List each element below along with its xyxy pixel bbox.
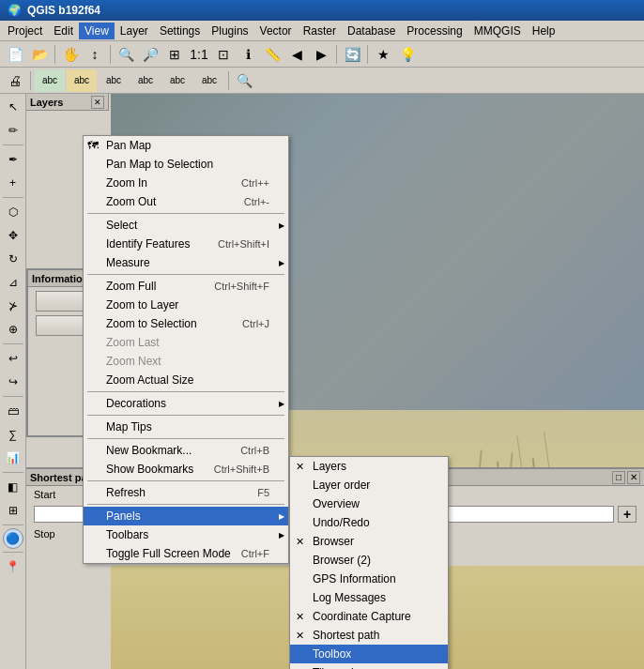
menu-show-bookmarks[interactable]: Show Bookmarks Ctrl+Shift+B [84, 460, 288, 479]
menu-help[interactable]: Help [527, 23, 561, 39]
add-feature-btn[interactable]: + [2, 172, 24, 194]
measure-btn[interactable]: 📏 [261, 43, 284, 66]
menu-fullscreen[interactable]: Toggle Full Screen Mode Ctrl+F [84, 544, 288, 563]
panels-submenu-overview[interactable]: Overview [290, 494, 448, 513]
menu-refresh[interactable]: Refresh F5 [84, 483, 288, 502]
redo-btn[interactable]: ↪ [2, 371, 24, 393]
label-5-btn[interactable]: abc [162, 69, 192, 92]
show-tips-btn[interactable]: 💡 [396, 43, 419, 66]
coord-capture-btn[interactable]: 📍 [2, 555, 24, 578]
menu-zoom-out[interactable]: Zoom Out Ctrl+- [84, 192, 288, 211]
layer-btn[interactable]: ◧ [2, 476, 24, 498]
bookmark-btn[interactable]: ★ [372, 43, 394, 66]
label-6-btn[interactable]: abc [194, 69, 224, 92]
menu-settings[interactable]: Settings [154, 23, 206, 39]
print-btn[interactable]: 🖨 [4, 69, 26, 92]
information-label: Information [32, 273, 89, 284]
zoom-full-btn[interactable]: ⊞ [163, 43, 186, 66]
panels-submenu-toolbox[interactable]: Toolbox [290, 645, 448, 663]
panels-submenu-gps[interactable]: GPS Information [290, 570, 448, 588]
menu-vector[interactable]: Vector [254, 23, 298, 39]
select-tool-btn[interactable]: ↖ [2, 96, 24, 118]
zoom-in-btn[interactable]: 🔍 [115, 43, 137, 66]
menu-zoom-last: Zoom Last [84, 333, 288, 352]
edit-btn[interactable]: ✏ [2, 119, 24, 142]
menu-zoom-full[interactable]: Zoom Full Ctrl+Shift+F [84, 277, 288, 296]
label-1-btn[interactable]: abc [35, 69, 65, 92]
rotate-btn[interactable]: ↻ [2, 248, 24, 270]
panels-submenu-shortest[interactable]: ✕ Shortest path [290, 626, 448, 645]
stat-btn[interactable]: 📊 [2, 447, 24, 469]
zoom-actual-btn[interactable]: 1:1 [188, 43, 210, 66]
tb-sep-2 [110, 45, 111, 64]
undo-btn[interactable]: ↩ [2, 347, 24, 370]
zoom-next-btn[interactable]: ▶ [310, 43, 332, 66]
menu-measure[interactable]: Measure [84, 253, 288, 272]
sp-close-btn[interactable]: ✕ [627, 471, 640, 484]
merge-btn[interactable]: ⊕ [2, 318, 24, 341]
attr-table-btn[interactable]: 🗃 [2, 400, 24, 422]
coord-check: ✕ [296, 611, 304, 623]
label-4-btn[interactable]: abc [130, 69, 161, 92]
menu-raster[interactable]: Raster [298, 23, 342, 39]
menu-layer[interactable]: Layer [115, 23, 154, 39]
menu-new-bookmark[interactable]: New Bookmark... Ctrl+B [84, 441, 288, 460]
panels-submenu-browser2[interactable]: Browser (2) [290, 551, 448, 570]
zoom-select-btn[interactable]: ⊡ [212, 43, 235, 66]
menu-panels[interactable]: Panels [84, 507, 288, 525]
search-btn[interactable]: 🔍 [233, 69, 255, 92]
menu-project[interactable]: Project [2, 23, 48, 39]
menu-toolbars[interactable]: Toolbars [84, 525, 288, 544]
new-project-btn[interactable]: 📄 [4, 43, 26, 66]
pan-select-btn[interactable]: ↕ [84, 43, 106, 66]
layers-panel-header: Layers ✕ [26, 94, 109, 111]
label-3-btn[interactable]: abc [99, 69, 129, 92]
panels-submenu-tile[interactable]: Tile scale [290, 663, 448, 669]
panels-submenu-browser[interactable]: ✕ Browser [290, 532, 448, 551]
menu-bar: Project Edit View Layer Settings Plugins… [0, 21, 644, 41]
panels-submenu-layer-order[interactable]: Layer order [290, 476, 448, 494]
menu-database[interactable]: Database [342, 23, 401, 39]
menu-map-tips[interactable]: Map Tips [84, 418, 288, 436]
menu-pan-map[interactable]: 🗺 Pan Map [84, 136, 288, 155]
menu-processing[interactable]: Processing [401, 23, 468, 39]
menu-decorations[interactable]: Decorations [84, 394, 288, 413]
sp-expand-btn[interactable]: □ [612, 471, 625, 484]
sp-start-add-btn[interactable]: + [618, 506, 636, 523]
menu-mmqgis[interactable]: MMQGIS [468, 23, 527, 39]
zoom-prev-btn[interactable]: ◀ [285, 43, 308, 66]
menu-view[interactable]: View [79, 23, 115, 39]
panels-submenu-coord[interactable]: ✕ Coordinate Capture [290, 607, 448, 626]
menu-zoom-to-layer[interactable]: Zoom to Layer [84, 296, 288, 314]
menu-pan-to-selection[interactable]: Pan Map to Selection [84, 155, 288, 174]
panels-submenu-undoredo[interactable]: Undo/Redo [290, 513, 448, 532]
menu-plugins[interactable]: Plugins [206, 23, 253, 39]
menu-edit[interactable]: Edit [48, 23, 79, 39]
layers-close-btn[interactable]: ✕ [91, 96, 104, 109]
digitize-btn[interactable]: ✒ [2, 148, 24, 171]
lt-sep-1 [3, 144, 23, 145]
label-2-btn[interactable]: abc [67, 69, 97, 92]
lt-sep-7 [3, 552, 23, 553]
refresh-btn[interactable]: 🔄 [341, 43, 363, 66]
panels-submenu-layers[interactable]: ✕ Layers [290, 457, 448, 476]
add-layer-btn[interactable]: ⊞ [2, 499, 24, 522]
move-btn[interactable]: ✥ [2, 224, 24, 247]
field-calc-btn[interactable]: ∑ [2, 423, 24, 446]
open-project-btn[interactable]: 📂 [28, 43, 51, 66]
menu-zoom-actual[interactable]: Zoom Actual Size [84, 371, 288, 389]
pan-btn[interactable]: 🖐 [59, 43, 82, 66]
panels-submenu-log[interactable]: Log Messages [290, 588, 448, 607]
menu-div-6 [87, 480, 284, 481]
menu-zoom-to-selection[interactable]: Zoom to Selection Ctrl+J [84, 314, 288, 333]
node-tool-btn[interactable]: ⬡ [2, 201, 24, 223]
menu-identify[interactable]: Identify Features Ctrl+Shift+I [84, 235, 288, 253]
identify-btn[interactable]: ℹ [237, 43, 259, 66]
menu-zoom-in[interactable]: Zoom In Ctrl++ [84, 174, 288, 192]
plugin-btn[interactable]: 🔵 [3, 528, 23, 549]
reshape-btn[interactable]: ⊿ [2, 271, 24, 294]
panels-submenu: ✕ Layers Layer order Overview Undo/Redo … [289, 456, 449, 669]
split-btn[interactable]: ⊁ [2, 295, 24, 317]
zoom-out-btn[interactable]: 🔎 [139, 43, 161, 66]
menu-select[interactable]: Select [84, 216, 288, 235]
